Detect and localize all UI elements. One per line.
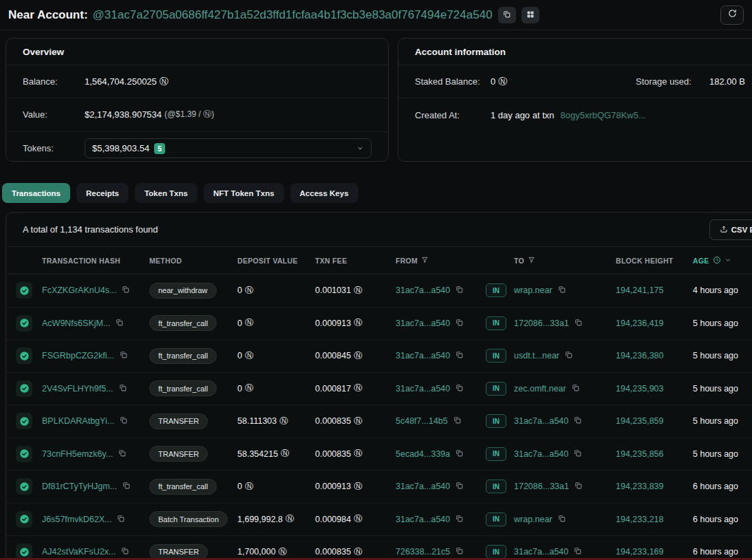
- txn-fee-cell: 0.001031 Ⓝ: [315, 285, 396, 297]
- account-id: @31ac7a2705a0686ff427b1a52d3ffd1fcfaa4b1…: [93, 8, 493, 22]
- transaction-hash-link[interactable]: AJ42stVaKFsU2x...: [42, 547, 116, 557]
- block-height-link[interactable]: 194,233,839: [616, 482, 664, 491]
- from-address-link[interactable]: 5c48f7...14b5: [396, 416, 448, 426]
- chevron-down-icon: [356, 142, 364, 155]
- from-address-link[interactable]: 31ac7a...a540: [396, 319, 450, 328]
- method-badge: TRANSFER: [149, 413, 208, 429]
- tab-token-txns[interactable]: Token Txns: [135, 183, 197, 203]
- filter-icon[interactable]: [421, 256, 429, 265]
- block-height-link[interactable]: 194,233,218: [616, 515, 664, 524]
- refresh-button[interactable]: [720, 6, 744, 25]
- transactions-summary-row: A total of 1,134 transactions found CSV …: [6, 213, 752, 247]
- csv-export-button[interactable]: CSV Export: [709, 219, 752, 240]
- column-deposit-value: DEPOSIT VALUE: [237, 257, 315, 265]
- chevron-down-icon: [724, 257, 731, 265]
- copy-icon[interactable]: [573, 416, 582, 427]
- near-symbol-icon: Ⓝ: [245, 350, 254, 362]
- copy-account-button[interactable]: [498, 7, 516, 23]
- direction-cell: IN: [486, 447, 514, 461]
- copy-icon[interactable]: [573, 546, 582, 557]
- to-address-link[interactable]: zec.omft.near: [514, 384, 566, 394]
- transaction-hash-link[interactable]: AcW9Nfs6SKjM...: [42, 319, 110, 328]
- copy-icon[interactable]: [118, 449, 127, 460]
- block-height-link[interactable]: 194,233,169: [616, 547, 664, 557]
- copy-icon[interactable]: [564, 350, 573, 361]
- page-header: Near Account: @31ac7a2705a0686ff427b1a52…: [0, 0, 752, 30]
- block-height-link[interactable]: 194,236,380: [616, 351, 664, 360]
- near-symbol-icon: Ⓝ: [245, 317, 254, 329]
- copy-icon[interactable]: [455, 449, 464, 460]
- near-symbol-icon: Ⓝ: [279, 546, 288, 558]
- from-address-link[interactable]: 31ac7a...a540: [396, 482, 450, 491]
- column-age[interactable]: AGE: [693, 256, 752, 266]
- copy-icon[interactable]: [455, 285, 464, 296]
- block-height-link[interactable]: 194,236,419: [616, 319, 664, 328]
- from-address-link[interactable]: 31ac7a...a540: [396, 351, 450, 360]
- staked-balance-value: 0 Ⓝ: [491, 76, 507, 88]
- from-address-link[interactable]: 5ecad4...339a: [396, 449, 450, 459]
- copy-icon[interactable]: [119, 416, 128, 427]
- direction-cell: IN: [486, 283, 514, 297]
- tab-transactions[interactable]: Transactions: [2, 183, 70, 203]
- copy-icon[interactable]: [121, 285, 130, 296]
- tab-nft-token-txns[interactable]: NFT Token Txns: [204, 183, 284, 203]
- copy-icon[interactable]: [116, 514, 125, 525]
- to-address-link[interactable]: wrap.near: [514, 286, 552, 295]
- to-address-link[interactable]: wrap.near: [514, 515, 552, 524]
- copy-icon: [502, 9, 511, 21]
- copy-icon[interactable]: [455, 350, 464, 361]
- to-address-link[interactable]: 172086...33a1: [514, 319, 569, 328]
- hash-cell: AcW9Nfs6SKjM...: [42, 318, 149, 329]
- copy-icon[interactable]: [453, 416, 462, 427]
- to-address-link[interactable]: 172086...33a1: [514, 482, 569, 491]
- tokens-dropdown[interactable]: $5,398,903.54 5: [85, 138, 372, 158]
- grid-view-button[interactable]: [522, 7, 539, 23]
- block-height-link[interactable]: 194,241,175: [616, 286, 664, 295]
- from-address-link[interactable]: 31ac7a...a540: [396, 515, 450, 524]
- to-address-link[interactable]: 31ac7a...a540: [514, 449, 568, 459]
- copy-icon[interactable]: [571, 383, 580, 394]
- copy-icon[interactable]: [455, 481, 464, 492]
- transaction-hash-link[interactable]: Df81rCTyTyHJgm...: [42, 482, 117, 491]
- copy-icon[interactable]: [574, 481, 583, 492]
- transaction-hash-link[interactable]: 73cnFH5emzk6y...: [42, 449, 113, 459]
- transaction-hash-link[interactable]: FSGRbpCZG2kfi...: [42, 351, 114, 360]
- block-height-link[interactable]: 194,235,856: [616, 449, 664, 459]
- hash-cell: 73cnFH5emzk6y...: [42, 449, 149, 460]
- to-address-link[interactable]: 31ac7a...a540: [514, 416, 568, 426]
- near-symbol-icon: Ⓝ: [245, 285, 254, 297]
- copy-icon[interactable]: [115, 318, 124, 329]
- copy-icon[interactable]: [118, 383, 127, 394]
- deposit-value-cell: 58.354215 Ⓝ: [237, 448, 315, 460]
- from-cell: 5ecad4...339a: [396, 449, 486, 460]
- to-address-link[interactable]: 31ac7a...a540: [514, 547, 568, 557]
- copy-icon[interactable]: [455, 514, 464, 525]
- copy-icon[interactable]: [119, 350, 128, 361]
- tab-access-keys[interactable]: Access Keys: [290, 183, 358, 203]
- copy-icon[interactable]: [455, 383, 464, 394]
- tab-receipts[interactable]: Receipts: [76, 183, 129, 203]
- created-txn-link[interactable]: 8ogy5xrbQG78Kw5...: [561, 110, 646, 120]
- block-height-link[interactable]: 194,235,903: [616, 384, 664, 394]
- copy-icon[interactable]: [557, 285, 566, 296]
- to-address-link[interactable]: usdt.t...near: [514, 351, 559, 360]
- copy-icon[interactable]: [455, 318, 464, 329]
- near-symbol-icon: Ⓝ: [281, 448, 290, 460]
- copy-icon[interactable]: [120, 546, 129, 557]
- block-height-cell: 194,235,903: [616, 384, 693, 394]
- block-height-link[interactable]: 194,235,859: [616, 416, 664, 426]
- copy-icon[interactable]: [122, 481, 131, 492]
- copy-icon[interactable]: [574, 318, 583, 329]
- copy-icon[interactable]: [455, 546, 464, 557]
- from-address-link[interactable]: 31ac7a...a540: [396, 286, 450, 295]
- transaction-hash-link[interactable]: FcXZKGrAKnU4s...: [42, 286, 116, 295]
- copy-icon[interactable]: [557, 514, 566, 525]
- filter-icon[interactable]: [528, 256, 535, 265]
- transaction-hash-link[interactable]: BPLKDARAtbgYi...: [42, 416, 114, 426]
- transaction-hash-link[interactable]: J6s57fmvkD62X...: [42, 515, 111, 524]
- transaction-hash-link[interactable]: 2V4SvFLHYh9f5...: [42, 384, 114, 394]
- table-row: Df81rCTyTyHJgm...ft_transfer_call0 Ⓝ0.00…: [6, 471, 752, 504]
- copy-icon[interactable]: [573, 449, 582, 460]
- from-address-link[interactable]: 31ac7a...a540: [396, 384, 450, 394]
- from-address-link[interactable]: 726338...21c5: [396, 547, 450, 557]
